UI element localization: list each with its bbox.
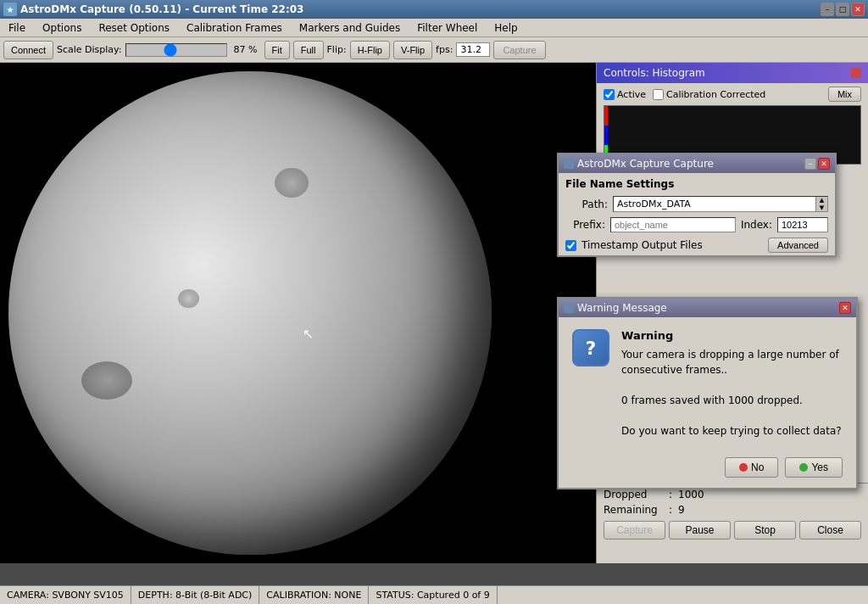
menu-markers-guides[interactable]: Markers and Guides — [294, 20, 405, 36]
fps-value: 31.2 — [456, 42, 490, 57]
path-spinner-up[interactable]: ▲ — [816, 197, 827, 204]
active-checkbox[interactable] — [604, 89, 615, 100]
capture-dialog-title-text: AstroDMx Capture Capture — [577, 158, 714, 170]
prefix-row: Prefix: Index: — [559, 215, 835, 235]
menu-calibration-frames[interactable]: Calibration Frames — [181, 20, 287, 36]
menu-filter-wheel[interactable]: Filter Wheel — [412, 20, 482, 36]
warning-title-left: Warning Message — [564, 302, 667, 314]
mix-button[interactable]: Mix — [828, 87, 861, 102]
path-spinner[interactable]: ▲ ▼ — [815, 197, 827, 211]
warning-buttons: No Yes — [559, 450, 856, 488]
hflip-button[interactable]: H-Flip — [350, 41, 390, 59]
moon-crater-2 — [275, 168, 309, 198]
no-label: No — [751, 461, 764, 473]
captured-status: STATUS: Captured 0 of 9 — [376, 590, 489, 601]
warning-icon: ? — [572, 329, 609, 366]
fit-button[interactable]: Fit — [264, 41, 290, 59]
prefix-label: Prefix: — [565, 219, 605, 231]
title-bar-controls: – □ ✕ — [821, 3, 865, 16]
app-icon: ★ — [3, 3, 17, 16]
warning-dialog-icon — [564, 303, 574, 313]
menu-bar: File Options Reset Options Calibration F… — [0, 19, 868, 37]
title-bar-left: ★ AstroDMx Capture (0.50.11) - Current T… — [3, 3, 303, 16]
moon-crater-3 — [178, 289, 199, 308]
capture-dialog: AstroDMx Capture Capture – ✕ File Name S… — [557, 153, 837, 257]
warning-heading: Warning — [621, 329, 843, 342]
dropped-row: Dropped : 1000 — [604, 489, 861, 501]
capture-dialog-title-left: AstroDMx Capture Capture — [564, 158, 714, 170]
remaining-row: Remaining : 9 — [604, 504, 861, 516]
timestamp-checkbox[interactable] — [565, 240, 576, 251]
no-dot — [739, 463, 748, 472]
flip-label: Flip: — [327, 44, 347, 55]
warning-body: ? Warning Your camera is dropping a larg… — [559, 317, 856, 450]
app-title: AstroDMx Capture (0.50.11) - Current Tim… — [20, 3, 303, 15]
prefix-input[interactable] — [610, 217, 736, 232]
capture-action-button[interactable]: Capture — [604, 521, 665, 540]
yes-button[interactable]: Yes — [785, 457, 843, 478]
calibration-corrected-checkbox-label[interactable]: Calibration Corrected — [653, 89, 765, 100]
menu-help[interactable]: Help — [489, 20, 522, 36]
vflip-button[interactable]: V-Flip — [393, 41, 432, 59]
fps-label: fps: — [436, 44, 453, 55]
warning-title-bar: Warning Message ✕ — [559, 299, 856, 317]
capture-status-panel: Dropped : 1000 Remaining : 9 Capture Pau… — [596, 483, 868, 545]
remaining-label: Remaining — [604, 504, 663, 516]
path-value: AstroDMx_DATA — [614, 197, 815, 211]
warning-line2: consecutive frames.. — [621, 364, 727, 376]
image-area: ↖ — [0, 63, 596, 563]
pause-button[interactable]: Pause — [669, 521, 731, 540]
depth-status: DEPTH: 8-Bit (8-Bit ADC) — [138, 590, 252, 601]
no-button[interactable]: No — [725, 457, 778, 478]
close-panel-button[interactable]: Close — [799, 521, 861, 540]
status-depth: DEPTH: 8-Bit (8-Bit ADC) — [131, 586, 259, 604]
active-label: Active — [617, 89, 646, 100]
calibration-corrected-label: Calibration Corrected — [666, 89, 765, 100]
yes-dot — [799, 463, 808, 472]
warning-title-text: Warning Message — [577, 302, 667, 314]
minimize-button[interactable]: – — [821, 3, 834, 16]
dropped-value: 1000 — [678, 489, 704, 501]
close-button[interactable]: ✕ — [851, 3, 865, 16]
stop-button[interactable]: Stop — [734, 521, 796, 540]
dropped-label: Dropped — [604, 489, 663, 501]
status-bar: CAMERA: SVBONY SV105 DEPTH: 8-Bit (8-Bit… — [0, 585, 868, 604]
menu-options[interactable]: Options — [37, 20, 86, 36]
warning-line4: 0 frames saved with 1000 dropped. — [621, 394, 803, 406]
active-checkbox-label[interactable]: Active — [604, 89, 646, 100]
menu-reset-options[interactable]: Reset Options — [93, 20, 175, 36]
scale-value: 87 % — [231, 44, 261, 55]
histogram-controls: Active Calibration Corrected Mix — [597, 83, 868, 105]
status-camera: CAMERA: SVBONY SV105 — [0, 586, 131, 604]
connect-button[interactable]: Connect — [3, 41, 53, 59]
path-spinner-down[interactable]: ▼ — [816, 204, 827, 212]
maximize-button[interactable]: □ — [836, 3, 849, 16]
full-button[interactable]: Full — [293, 41, 324, 59]
warning-message: Your camera is dropping a large number o… — [621, 347, 843, 439]
remaining-colon: : — [666, 504, 675, 516]
warning-title-btns: ✕ — [839, 302, 851, 314]
index-label: Index: — [741, 219, 772, 231]
calibration-corrected-checkbox[interactable] — [653, 89, 664, 100]
index-input[interactable] — [777, 217, 828, 232]
remaining-value: 9 — [678, 504, 685, 516]
warning-dialog-close[interactable]: ✕ — [839, 302, 851, 314]
scale-slider[interactable] — [125, 43, 227, 57]
advanced-button[interactable]: Advanced — [768, 238, 828, 253]
menu-file[interactable]: File — [3, 20, 31, 36]
warning-line1: Your camera is dropping a large number o… — [621, 349, 839, 361]
histogram-close-button[interactable] — [851, 68, 861, 78]
dropped-colon: : — [666, 489, 675, 501]
file-name-settings-title: File Name Settings — [559, 173, 835, 193]
moon-crater-1 — [81, 361, 132, 400]
capture-dialog-title-btns: – ✕ — [804, 158, 830, 170]
capture-dialog-icon — [564, 159, 574, 169]
moon-background — [0, 63, 596, 563]
capture-dialog-close[interactable]: ✕ — [818, 158, 830, 170]
yes-label: Yes — [811, 461, 828, 473]
path-input-container: AstroDMx_DATA ▲ ▼ — [613, 196, 828, 212]
warning-dialog: Warning Message ✕ ? Warning Your camera … — [557, 297, 858, 489]
histogram-title-bar: Controls: Histogram — [597, 63, 868, 83]
capture-button[interactable]: Capture — [493, 41, 545, 59]
capture-dialog-minimize[interactable]: – — [804, 158, 816, 170]
